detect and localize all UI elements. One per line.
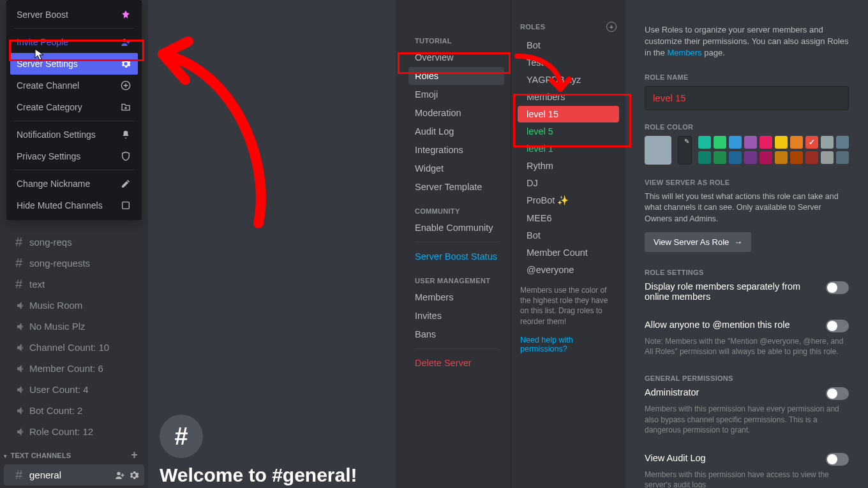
add-role-button[interactable]: + [606,22,617,32]
menu-server-settings[interactable]: Server Settings [10,53,138,75]
voice-bot-count-2[interactable]: Bot Count: 2 [4,400,144,421]
nav-overview[interactable]: Overview [408,48,504,66]
gear-icon[interactable] [129,470,139,480]
nav-moderation[interactable]: Moderation [408,104,504,122]
color-swatch[interactable] [836,136,849,149]
server-sidebar: Server BoostInvite PeopleServer Settings… [0,0,148,488]
voice-no-music-plz[interactable]: No Music Plz [4,316,144,337]
toggle-view-audit-log[interactable] [826,453,849,466]
nav-enable-community[interactable]: Enable Community [408,219,504,237]
color-swatch[interactable] [805,151,818,164]
members-link[interactable]: Members [667,48,701,57]
color-swatch[interactable] [714,151,726,164]
role-level-5[interactable]: level 5 [518,123,619,140]
role--everyone[interactable]: @everyone [518,262,619,278]
speaker-icon [15,426,29,438]
nav-widget[interactable]: Widget [408,159,504,177]
nav-bans[interactable]: Bans [408,325,504,343]
square-icon [120,200,131,211]
nav-emoji[interactable]: Emoji [408,85,504,103]
role-probot-[interactable]: ProBot ✨ [518,192,619,209]
menu-invite-people[interactable]: Invite People [10,31,138,53]
color-swatch[interactable] [698,151,711,164]
color-swatch[interactable] [775,136,788,149]
menu-change-nickname[interactable]: Change Nickname [10,173,138,195]
view-as-role-desc: This will let you test what actions this… [645,191,849,225]
channel-promotions[interactable]: #promotions [4,485,144,488]
color-swatch[interactable] [714,136,726,149]
bell-icon [120,129,131,140]
role-editor: Use Roles to organize your server member… [625,0,868,488]
role-dj[interactable]: DJ [518,175,619,191]
speaker-icon [15,405,29,417]
menu-server-boost[interactable]: Server Boost [10,4,138,26]
role-rythm[interactable]: Rythm [518,158,619,174]
menu-create-channel[interactable]: Create Channel [10,75,138,96]
add-channel-icon[interactable]: + [131,448,138,462]
invite-icon[interactable] [115,470,125,480]
channel-general[interactable]: #general [4,464,144,485]
color-swatch[interactable] [744,151,757,164]
permissions-help-link[interactable]: Need help with permissions? [511,333,625,356]
voice-user-count-4[interactable]: User Count: 4 [4,379,144,400]
channel-song-reqs[interactable]: #song-reqs [4,232,144,253]
voice-member-count-6[interactable]: Member Count: 6 [4,358,144,379]
voice-channel-count-10[interactable]: Channel Count: 10 [4,337,144,358]
channel-song-requests[interactable]: #song-requests [4,253,144,274]
color-swatch[interactable] [760,151,772,164]
role-yagpdb-xyz[interactable]: YAGPDB.xyz [518,71,619,88]
menu-privacy-settings[interactable]: Privacy Settings [10,145,138,167]
nav-integrations[interactable]: Integrations [408,141,504,159]
role-test[interactable]: Test [518,54,619,71]
menu-create-category[interactable]: Create Category [10,96,138,118]
toggle-display-separately[interactable] [826,281,849,294]
color-swatch[interactable] [729,136,742,149]
voice-music-room[interactable]: Music Room [4,295,144,316]
menu-notification-settings[interactable]: Notification Settings [10,124,138,145]
toggle-administrator[interactable] [826,387,849,400]
setting-allow-mention-note: Note: Members with the "Mention @everyon… [645,336,849,357]
color-swatch[interactable] [698,136,711,149]
default-color-swatch[interactable] [645,136,671,165]
color-swatch[interactable] [790,151,803,164]
color-swatch[interactable] [821,136,834,149]
role-bot[interactable]: Bot [518,37,619,54]
role-bot[interactable]: Bot [518,227,619,244]
invite-icon [120,36,131,48]
color-picker-button[interactable] [678,136,692,165]
speaker-icon [15,321,29,332]
nav-server-boost-status[interactable]: Server Boost Status [408,248,504,265]
role-level-1[interactable]: level 1 [518,140,619,157]
nav-members[interactable]: Members [408,288,504,306]
toggle-allow-mention[interactable] [826,320,849,332]
cursor-icon [34,48,45,61]
role-name-input[interactable] [645,86,849,110]
nav-server-template[interactable]: Server Template [408,178,504,196]
color-swatch[interactable] [805,136,818,149]
nav-delete-server[interactable]: Delete Server [408,354,504,372]
role-member-count[interactable]: Member Count [518,244,619,261]
category-text-channels[interactable]: ▾ TEXT CHANNELS+ [0,442,148,464]
nav-roles[interactable]: Roles [408,67,504,85]
view-as-role-label: VIEW SERVER AS ROLE [645,179,849,186]
color-swatch[interactable] [790,136,803,149]
view-server-as-role-button[interactable]: View Server As Role→ [645,232,751,252]
speaker-icon [15,300,29,311]
menu-hide-muted-channels[interactable]: Hide Muted Channels [10,195,138,216]
color-swatch[interactable] [729,151,742,164]
role-mee6[interactable]: MEE6 [518,210,619,226]
color-swatch[interactable] [836,151,849,164]
setting-allow-mention: Allow anyone to @mention this role [645,320,790,330]
color-swatch[interactable] [744,136,757,149]
role-level-15[interactable]: level 15 [518,106,619,122]
nav-section-user-management: USER MANAGEMENT [415,277,504,285]
color-swatch[interactable] [821,151,834,164]
channel-text[interactable]: #text [4,274,144,295]
color-swatch[interactable] [775,151,788,164]
nav-audit-log[interactable]: Audit Log [408,122,504,140]
speaker-icon [15,342,29,353]
color-swatch[interactable] [760,136,772,149]
nav-invites[interactable]: Invites [408,307,504,325]
role-members[interactable]: Members [518,89,619,105]
voice-role-count-12[interactable]: Role Count: 12 [4,421,144,442]
